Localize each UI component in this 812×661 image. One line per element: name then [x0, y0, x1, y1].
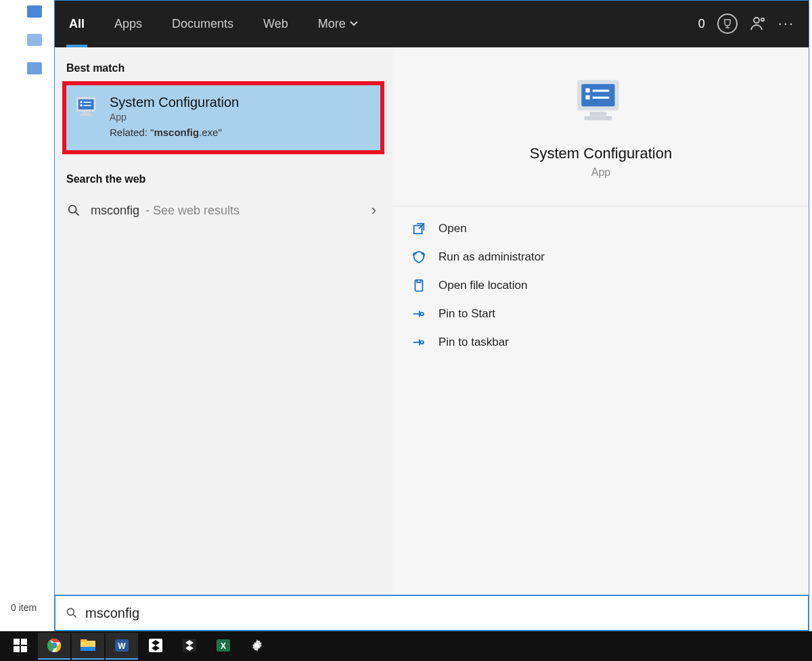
- taskbar-word[interactable]: W: [106, 633, 138, 660]
- svg-rect-18: [584, 116, 612, 120]
- search-scope-bar: All Apps Documents Web More 0: [54, 0, 809, 47]
- action-pin-start[interactable]: Pin to Start: [392, 300, 809, 328]
- svg-rect-7: [83, 105, 91, 106]
- topbar-right: 0 ···: [698, 14, 809, 34]
- svg-rect-17: [590, 112, 607, 116]
- related-bold: msconfig: [154, 127, 199, 138]
- preview-app-icon: [573, 74, 629, 130]
- preview-kind: App: [591, 166, 610, 179]
- related-prefix: Related: ": [110, 127, 154, 138]
- more-options-icon[interactable]: ···: [778, 15, 794, 32]
- svg-rect-4: [81, 101, 83, 104]
- svg-rect-20: [415, 280, 423, 292]
- web-suffix: - See web results: [142, 204, 240, 217]
- svg-rect-5: [81, 104, 83, 106]
- svg-rect-25: [21, 639, 27, 645]
- taskbar-unity[interactable]: [173, 633, 206, 660]
- tab-documents[interactable]: Documents: [157, 0, 248, 47]
- svg-point-1: [761, 18, 763, 21]
- search-input-row: [54, 595, 809, 631]
- tab-more[interactable]: More: [303, 0, 373, 47]
- svg-rect-32: [81, 647, 95, 651]
- desktop: 0 item All Apps Documents Web More 0: [0, 0, 812, 661]
- account-icon[interactable]: [750, 16, 766, 32]
- taskbar-file-explorer[interactable]: [72, 633, 104, 660]
- action-pin-taskbar-label: Pin to taskbar: [438, 336, 509, 349]
- folder-icon: [411, 278, 426, 293]
- taskbar-settings[interactable]: [241, 633, 273, 660]
- action-pin-taskbar[interactable]: Pin to taskbar: [392, 328, 809, 357]
- web-query: msconfig: [91, 204, 139, 217]
- taskbar-unity-hub[interactable]: [139, 633, 172, 660]
- web-result-row[interactable]: msconfig - See web results ›: [54, 192, 392, 229]
- svg-point-23: [67, 608, 74, 615]
- svg-text:X: X: [221, 641, 226, 651]
- explorer-status-text: 0 item: [11, 602, 37, 613]
- shield-icon: [411, 250, 426, 265]
- search-icon: [66, 203, 81, 218]
- start-button[interactable]: [4, 633, 37, 660]
- scope-tabs: All Apps Documents Web More: [54, 0, 373, 47]
- svg-rect-31: [81, 639, 87, 642]
- best-match-text: System Configuration App Related: "mscon…: [110, 95, 239, 138]
- action-open-label: Open: [438, 222, 467, 235]
- preview-actions: Open Run as administrator Open file loca…: [392, 206, 809, 357]
- rewards-badge-icon[interactable]: [717, 14, 738, 34]
- rewards-count: 0: [698, 17, 705, 31]
- best-match-related: Related: "msconfig.exe": [110, 127, 239, 138]
- pin-icon: [411, 335, 426, 350]
- taskbar-chrome[interactable]: [38, 633, 70, 660]
- best-match-result[interactable]: System Configuration App Related: "mscon…: [62, 81, 384, 154]
- pin-icon: [411, 306, 426, 321]
- svg-point-0: [754, 18, 759, 23]
- svg-rect-16: [593, 97, 610, 99]
- search-input[interactable]: [85, 606, 798, 621]
- svg-rect-24: [14, 639, 20, 645]
- background-explorer-icons: [27, 5, 42, 74]
- action-open[interactable]: Open: [392, 214, 809, 243]
- results-list: Best match: [54, 47, 392, 595]
- start-search-panel: All Apps Documents Web More 0: [54, 0, 809, 631]
- best-match-title: System Configuration: [110, 95, 239, 110]
- best-match-header: Best match: [54, 55, 392, 81]
- preview-header: System Configuration App: [392, 47, 809, 195]
- open-icon: [411, 221, 426, 236]
- action-open-location[interactable]: Open file location: [392, 271, 809, 300]
- action-pin-start-label: Pin to Start: [438, 307, 495, 321]
- svg-rect-15: [593, 90, 610, 92]
- chevron-right-icon: ›: [371, 202, 380, 219]
- related-tail: .exe": [199, 127, 222, 138]
- bg-icon: [27, 34, 42, 46]
- taskbar-excel[interactable]: X: [207, 633, 240, 660]
- svg-rect-13: [585, 89, 589, 93]
- web-result-text: msconfig - See web results: [91, 204, 240, 218]
- tab-more-label: More: [318, 17, 346, 31]
- search-body: Best match: [54, 47, 809, 595]
- svg-rect-26: [14, 646, 20, 652]
- svg-point-10: [69, 206, 76, 213]
- bg-icon: [27, 62, 42, 74]
- best-match-subtitle: App: [110, 112, 239, 122]
- chevron-down-icon: [350, 20, 358, 27]
- svg-text:W: W: [118, 641, 126, 651]
- search-web-header: Search the web: [54, 166, 392, 192]
- action-run-admin[interactable]: Run as administrator: [392, 243, 809, 271]
- tab-web[interactable]: Web: [248, 0, 303, 47]
- svg-point-22: [420, 341, 424, 344]
- search-icon: [65, 606, 78, 620]
- tab-apps[interactable]: Apps: [99, 0, 157, 47]
- svg-rect-9: [80, 114, 93, 116]
- msconfig-icon: [74, 95, 100, 120]
- taskbar: W X: [0, 631, 812, 661]
- action-run-admin-label: Run as administrator: [438, 250, 545, 264]
- preview-title: System Configuration: [530, 145, 672, 162]
- svg-rect-27: [21, 646, 27, 652]
- svg-rect-14: [585, 95, 589, 99]
- svg-rect-6: [83, 101, 91, 102]
- result-preview-pane: System Configuration App Open: [392, 47, 809, 595]
- svg-rect-8: [82, 112, 89, 114]
- svg-point-21: [420, 313, 424, 316]
- tab-all[interactable]: All: [54, 0, 99, 47]
- bg-icon: [27, 5, 42, 18]
- action-open-location-label: Open file location: [438, 279, 527, 292]
